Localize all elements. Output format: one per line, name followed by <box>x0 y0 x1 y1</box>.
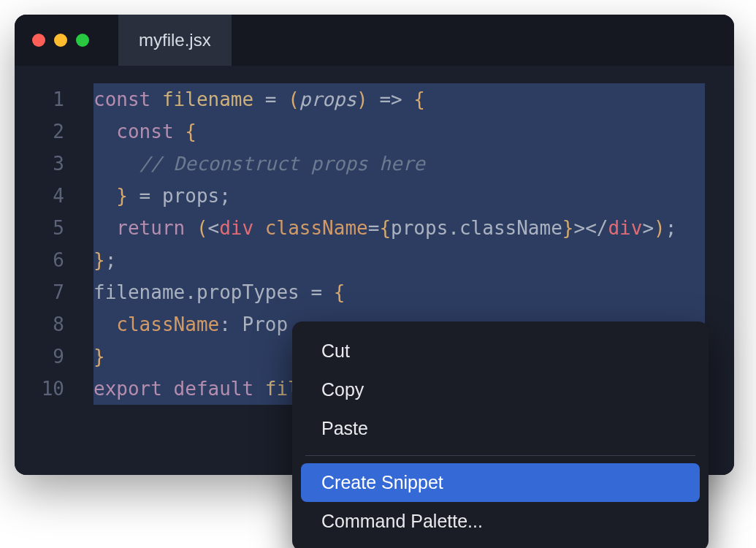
tab-label: myfile.jsx <box>139 30 211 50</box>
code-line: } = props; <box>93 180 705 212</box>
minimize-icon[interactable] <box>54 34 67 47</box>
menu-item-command-palette[interactable]: Command Palette... <box>301 502 700 541</box>
menu-item-copy[interactable]: Copy <box>301 370 700 409</box>
tab-myfile[interactable]: myfile.jsx <box>118 15 232 66</box>
line-number: 3 <box>15 148 64 180</box>
line-number: 10 <box>15 373 64 405</box>
line-number: 9 <box>15 340 64 373</box>
code-line: return (<div className={props.className}… <box>93 212 705 244</box>
titlebar: myfile.jsx <box>15 15 734 66</box>
line-number-gutter: 1 2 3 4 5 6 7 8 9 10 <box>15 66 80 416</box>
code-line: filename.propTypes = { <box>93 276 705 308</box>
menu-item-paste[interactable]: Paste <box>301 409 700 448</box>
code-line: }; <box>93 244 705 276</box>
line-number: 4 <box>15 180 64 212</box>
code-line: const { <box>93 115 705 148</box>
menu-item-cut[interactable]: Cut <box>301 332 700 370</box>
close-icon[interactable] <box>32 34 45 47</box>
line-number: 6 <box>15 244 64 276</box>
menu-separator <box>305 455 695 456</box>
line-number: 1 <box>15 83 64 115</box>
line-number: 8 <box>15 308 64 340</box>
line-number: 2 <box>15 115 64 148</box>
code-line: const filename = (props) => { <box>93 83 705 115</box>
maximize-icon[interactable] <box>76 34 89 47</box>
context-menu: Cut Copy Paste Create Snippet Command Pa… <box>292 321 709 548</box>
line-number: 7 <box>15 276 64 308</box>
line-number: 5 <box>15 212 64 244</box>
menu-item-create-snippet[interactable]: Create Snippet <box>301 463 700 502</box>
traffic-lights <box>32 34 89 47</box>
code-line: // Deconstruct props here <box>93 148 705 180</box>
